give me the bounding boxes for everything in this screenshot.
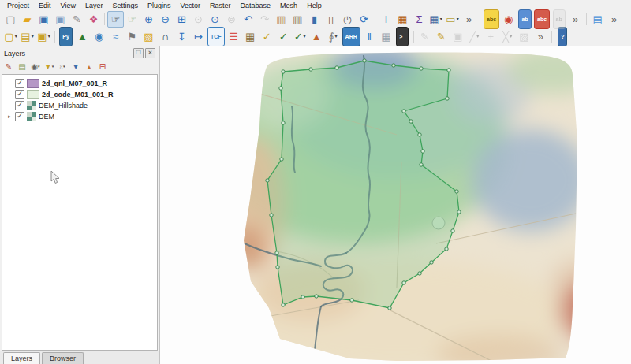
layer-item[interactable]: ▸✓DEM (2, 111, 157, 122)
show-bookmarks-icon[interactable]: ▯ (323, 11, 339, 28)
menu-settings[interactable]: Settings (107, 1, 143, 10)
zoom-out-icon[interactable]: ⊖ (157, 11, 174, 28)
zoom-full-icon[interactable]: ⊞ (174, 11, 190, 28)
cube-3d-plugin-icon[interactable]: ▧ (140, 28, 157, 45)
python-console-icon[interactable]: Py (58, 28, 74, 45)
filter-legend-icon[interactable]: ▼▾ (43, 60, 55, 72)
import-layer-icon[interactable]: ↧ (174, 28, 190, 45)
menu-database[interactable]: Database (236, 1, 276, 10)
new-project-icon[interactable]: ▢ (2, 11, 19, 28)
menu-view[interactable]: View (56, 1, 80, 10)
tab-layers[interactable]: Layers (3, 352, 40, 364)
layers-overflow-icon[interactable]: » (606, 11, 622, 28)
save-project-as-icon[interactable]: ▣ (52, 11, 69, 28)
toolbar-overflow-icon[interactable]: » (461, 11, 477, 28)
edit-overflow-icon[interactable]: » (532, 28, 549, 45)
diagram-options-icon[interactable]: ◉ (500, 11, 517, 28)
menu-mesh[interactable]: Mesh (275, 1, 302, 10)
menu-project[interactable]: Project (2, 1, 34, 10)
menu-help[interactable]: Help (302, 1, 327, 10)
layer-item[interactable]: ✓2d_code_M01_001_R (2, 89, 157, 100)
deselect-features-icon[interactable]: ▣▾ (35, 28, 52, 45)
polygon-vertex-marker (335, 66, 338, 69)
style-manager-icon[interactable]: ❖ (85, 11, 102, 28)
zoom-in-icon[interactable]: ⊕ (140, 11, 157, 28)
tcf-plugin-icon[interactable]: TCF (207, 28, 226, 45)
toggle-editing-icon[interactable]: ✎ (433, 28, 450, 45)
new-bookmark-icon[interactable]: ▮ (306, 11, 323, 28)
layer-swatch (27, 90, 39, 99)
grid-plugin-icon[interactable]: ▦ (378, 28, 394, 45)
move-feature-icon: + (483, 28, 499, 45)
check-plugin-green-icon[interactable]: ✓ (275, 28, 292, 45)
check-plugin-yellow-icon[interactable]: ✓ (259, 28, 275, 45)
layer-labeling-icon[interactable]: abc (483, 11, 500, 28)
water-plugin-icon[interactable]: ≈ (107, 28, 124, 45)
new-3d-map-view-icon[interactable]: ▥ (289, 11, 306, 28)
layer-visibility-checkbox[interactable]: ✓ (15, 101, 24, 110)
layer-item[interactable]: ✓DEM_Hillshade (2, 100, 157, 111)
zoom-last-icon[interactable]: ↶ (240, 11, 256, 28)
layer-item[interactable]: ✓2d_qnl_M07_001_R (2, 78, 157, 89)
tab-browser[interactable]: Browser (42, 352, 84, 364)
polygon-vertex-marker (402, 110, 405, 113)
layer-visibility-checkbox[interactable]: ✓ (15, 112, 24, 121)
processing-plugin-icon[interactable]: ◉ (91, 28, 107, 45)
statistical-summary-icon[interactable]: Σ (411, 11, 428, 28)
menu-vector[interactable]: Vector (176, 1, 206, 10)
raster-layer-icon (27, 101, 36, 110)
attribute-table-icon[interactable]: ▦▾ (428, 11, 444, 28)
legend-plugin-icon[interactable]: ☰ (226, 28, 242, 45)
highlight-pinned-labels-icon[interactable]: ab (517, 11, 533, 28)
pan-to-selection-icon[interactable]: ☞ (124, 11, 140, 28)
show-unplaced-labels-icon[interactable]: abc (533, 11, 551, 28)
panel-close-icon[interactable]: ✕ (145, 48, 155, 58)
terrain-plugin-icon[interactable]: ▲ (74, 28, 91, 45)
save-edits-icon: ▣ (450, 28, 466, 45)
collapse-all-icon[interactable]: ▴ (83, 60, 95, 72)
zoom-to-layer-icon[interactable]: ⊙ (207, 11, 223, 28)
expand-icon[interactable]: ▸ (6, 113, 13, 120)
attachment-plugin-icon[interactable]: ∮▾ (325, 28, 342, 45)
add-group-icon[interactable]: ▤ (16, 60, 28, 72)
layers-panel-header: Layers ❐ ✕ (0, 46, 159, 59)
panel-float-icon[interactable]: ❐ (133, 48, 144, 58)
new-map-view-icon[interactable]: ▥ (273, 11, 289, 28)
check-plugin-numbered-icon[interactable]: ✓▾ (292, 28, 308, 45)
console-plugin-icon[interactable]: >_ (394, 28, 411, 45)
layer-visibility-checkbox[interactable]: ✓ (15, 79, 24, 88)
map-themes-icon[interactable]: ◉▾ (29, 60, 42, 72)
map-canvas[interactable] (160, 46, 631, 364)
pan-map-icon[interactable]: ☞ (107, 11, 124, 28)
identify-features-icon[interactable]: i (378, 11, 394, 28)
image-plugin-icon[interactable]: ▦ (242, 28, 259, 45)
menu-plugins[interactable]: Plugins (143, 1, 176, 10)
remove-layer-icon[interactable]: ⊟ (96, 60, 109, 72)
labels-overflow-icon[interactable]: » (567, 11, 584, 28)
arch-plugin-icon[interactable]: ∩ (157, 28, 174, 45)
temporal-controller-icon[interactable]: ◷ (339, 11, 356, 28)
polygon-vertex-marker (276, 266, 279, 269)
refresh-map-icon[interactable]: ⟳ (356, 11, 372, 28)
open-styling-panel-icon[interactable]: ✎ (2, 60, 15, 72)
arr-plugin-icon[interactable]: ARR (342, 28, 361, 45)
project-properties-icon[interactable]: ✎ (69, 11, 85, 28)
save-project-icon[interactable]: ▣ (35, 11, 52, 28)
open-project-icon[interactable]: ▰ (19, 11, 35, 28)
select-features-icon[interactable]: ▢▾ (2, 28, 19, 45)
field-calculator-icon[interactable]: ▦ (394, 11, 411, 28)
menu-layer[interactable]: Layer (80, 1, 108, 10)
new-layer-icon[interactable]: ▤ (589, 11, 606, 28)
help-icon[interactable]: ? (554, 28, 571, 45)
menu-edit[interactable]: Edit (34, 1, 56, 10)
measure-icon[interactable]: ▭▾ (444, 11, 461, 28)
polygon-vertex-marker (445, 247, 448, 251)
export-layer-icon[interactable]: ↦ (190, 28, 207, 45)
menu-raster[interactable]: Raster (205, 1, 236, 10)
bars-plugin-icon[interactable]: ‖ (361, 28, 378, 45)
expand-all-icon[interactable]: ▾ (69, 60, 82, 72)
select-by-value-icon[interactable]: ▤▾ (19, 28, 35, 45)
fox-plugin-icon[interactable]: ▲ (308, 28, 325, 45)
layer-visibility-checkbox[interactable]: ✓ (15, 90, 24, 99)
georeferencer-plugin-icon[interactable]: ⚑ (124, 28, 140, 45)
